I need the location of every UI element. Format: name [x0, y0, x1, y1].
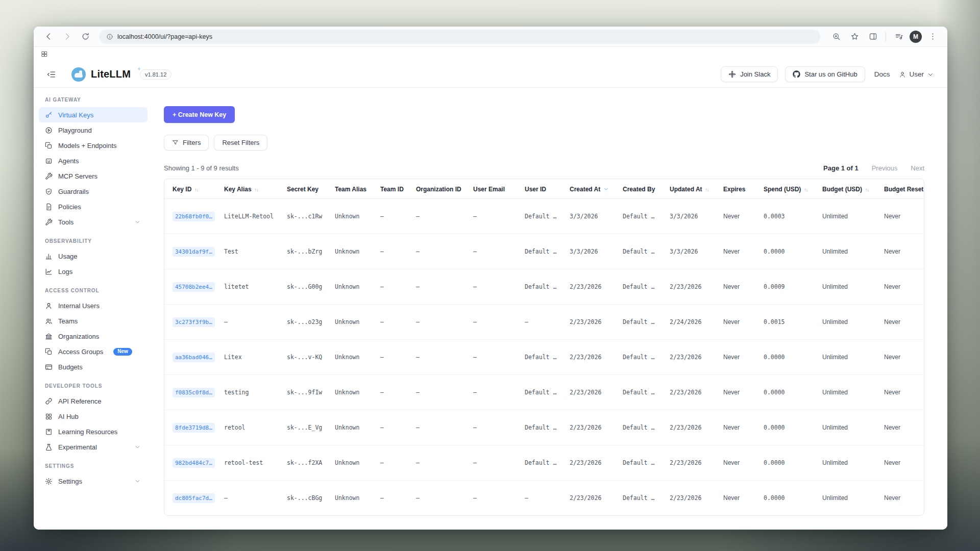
reset-filters-button[interactable]: Reset Filters [214, 135, 267, 151]
copy-icon [45, 348, 53, 356]
column-header-expires[interactable]: Expires [719, 179, 760, 199]
main-content: + Create New Key Filters Reset Filters S… [154, 88, 947, 530]
sidebar-item-ai-hub[interactable]: AI Hub [39, 409, 148, 424]
key-id-link[interactable]: dc805fac7d… [173, 493, 215, 503]
sidebar-item-access-groups[interactable]: Access GroupsNew [39, 344, 148, 359]
sidebar-item-guardrails[interactable]: Guardrails [39, 184, 148, 199]
sidebar-item-virtual-keys[interactable]: Virtual Keys [39, 107, 148, 122]
column-header-organization-id[interactable]: Organization ID [412, 179, 469, 199]
sidebar-item-learning-resources[interactable]: Learning Resources [39, 424, 148, 439]
side-panel-icon[interactable] [865, 29, 880, 44]
column-header-updated-at[interactable]: Updated At↑↓ [666, 179, 719, 199]
sidebar-section-label: AI Gateway [39, 97, 148, 103]
bars-icon [45, 253, 53, 260]
sidebar-item-organizations[interactable]: Organizations [39, 329, 148, 344]
slack-icon [728, 70, 736, 78]
sidebar-item-api-reference[interactable]: API Reference [39, 393, 148, 409]
table-row: f0835c0f8d…testingsk-...9fIwUnknown–––De… [164, 375, 924, 410]
zoom-icon[interactable] [828, 29, 844, 44]
table-cell: 3/3/2026 [566, 234, 619, 269]
key-id-link[interactable]: 34301daf9f… [173, 247, 215, 257]
user-menu[interactable]: User [899, 70, 934, 78]
card-icon [45, 363, 53, 371]
column-header-budget-reset[interactable]: Budget Reset [880, 179, 924, 199]
column-header-user-email[interactable]: User Email [469, 179, 521, 199]
column-header-key-id[interactable]: Key ID↑↓ [164, 179, 220, 199]
browser-profile-avatar[interactable]: M [910, 31, 922, 43]
sort-icon[interactable]: ↑↓ [194, 187, 198, 192]
column-header-key-alias[interactable]: Key Alias↑↓ [220, 179, 283, 199]
sidebar-item-budgets[interactable]: Budgets [39, 359, 148, 374]
sort-icon[interactable]: ↑↓ [255, 187, 258, 192]
create-new-key-button[interactable]: + Create New Key [164, 106, 235, 123]
table-cell: testing [220, 375, 283, 410]
column-header-created-at[interactable]: Created At [566, 179, 619, 199]
site-info-icon[interactable] [106, 33, 113, 40]
table-cell: sk-...v-KQ [283, 340, 331, 375]
sidebar-item-mcp-servers[interactable]: MCP Servers [39, 168, 148, 184]
sidebar-item-internal-users[interactable]: Internal Users [39, 298, 148, 313]
sidebar: AI GatewayVirtual KeysPlaygroundModels +… [34, 88, 154, 530]
join-slack-button[interactable]: Join Slack [721, 66, 778, 82]
star-github-button[interactable]: Star us on GitHub [785, 66, 865, 82]
table-cell: – [376, 269, 412, 305]
table-cell: 0.0000 [760, 234, 818, 269]
table-cell: – [412, 410, 469, 445]
table-cell: – [521, 481, 566, 516]
sidebar-item-usage[interactable]: Usage [39, 248, 148, 264]
virtual-keys-table: Key ID↑↓Key Alias↑↓Secret KeyTeam AliasT… [164, 179, 924, 515]
column-header-created-by[interactable]: Created By [619, 179, 666, 199]
table-cell: 0.0015 [760, 305, 818, 340]
star-github-label: Star us on GitHub [804, 70, 857, 78]
sort-icon[interactable]: ↑↓ [804, 187, 807, 192]
browser-reload-icon[interactable] [78, 29, 93, 44]
brand-name: LiteLLM [91, 68, 131, 80]
user-menu-label: User [909, 70, 924, 78]
sort-desc-icon[interactable] [603, 186, 609, 192]
browser-back-icon[interactable] [41, 29, 56, 44]
key-id-link[interactable]: 8fde3719d8… [173, 423, 215, 433]
sidebar-item-logs[interactable]: Logs [39, 264, 148, 279]
column-header-team-id[interactable]: Team ID [376, 179, 412, 199]
sidebar-item-teams[interactable]: Teams [39, 313, 148, 329]
browser-forward-icon[interactable] [59, 29, 75, 44]
sidebar-item-playground[interactable]: Playground [39, 122, 148, 138]
sidebar-collapse-icon[interactable] [47, 70, 56, 79]
sidebar-item-models-endpoints[interactable]: Models + Endpoints [39, 138, 148, 153]
column-header-secret-key[interactable]: Secret Key [283, 179, 331, 199]
sidebar-item-tools[interactable]: Tools [39, 214, 148, 230]
key-id-link[interactable]: f0835c0f8d… [173, 388, 215, 397]
key-id-link[interactable]: 982bd484c7… [173, 458, 215, 468]
sidebar-item-agents[interactable]: Agents [39, 153, 148, 168]
version-badge: v1.81.12 [140, 69, 172, 80]
table-cell: 0.0000 [760, 445, 818, 481]
sidebar-item-policies[interactable]: Policies [39, 199, 148, 214]
docs-link[interactable]: Docs [872, 70, 892, 78]
table-cell: – [412, 481, 469, 516]
bookmark-star-icon[interactable] [847, 29, 862, 44]
apps-grid-icon[interactable] [41, 51, 48, 58]
next-page-button[interactable]: Next [911, 164, 924, 172]
sidebar-item-experimental[interactable]: Experimental [39, 439, 148, 455]
sidebar-item-label: Learning Resources [58, 428, 117, 436]
key-id-link[interactable]: aa36bad046… [173, 353, 215, 362]
sort-icon[interactable]: ↑↓ [865, 187, 869, 192]
previous-page-button[interactable]: Previous [872, 164, 898, 172]
table-row: aa36bad046…Litexsk-...v-KQUnknown–––Defa… [164, 340, 924, 375]
sidebar-item-settings[interactable]: Settings [39, 473, 148, 489]
column-header-team-alias[interactable]: Team Alias [331, 179, 376, 199]
key-id-cell: 3c273f3f9b… [164, 305, 220, 340]
key-id-link[interactable]: 3c273f3f9b… [173, 317, 215, 327]
key-id-link[interactable]: 45708b2ee4… [173, 282, 215, 292]
column-header-spend-usd-[interactable]: Spend (USD)↑↓ [760, 179, 818, 199]
table-cell: sk-...c1Rw [283, 199, 331, 234]
column-header-user-id[interactable]: User ID [521, 179, 566, 199]
browser-menu-icon[interactable] [925, 29, 940, 44]
filters-button[interactable]: Filters [164, 135, 209, 151]
table-cell: – [376, 305, 412, 340]
browser-url-bar[interactable]: localhost:4000/ui/?page=api-keys [99, 30, 820, 44]
key-id-link[interactable]: 22b68fb0f0… [173, 212, 215, 221]
media-controls-icon[interactable] [891, 29, 906, 44]
column-header-budget-usd-[interactable]: Budget (USD)↑↓ [818, 179, 880, 199]
sort-icon[interactable]: ↑↓ [705, 187, 709, 192]
